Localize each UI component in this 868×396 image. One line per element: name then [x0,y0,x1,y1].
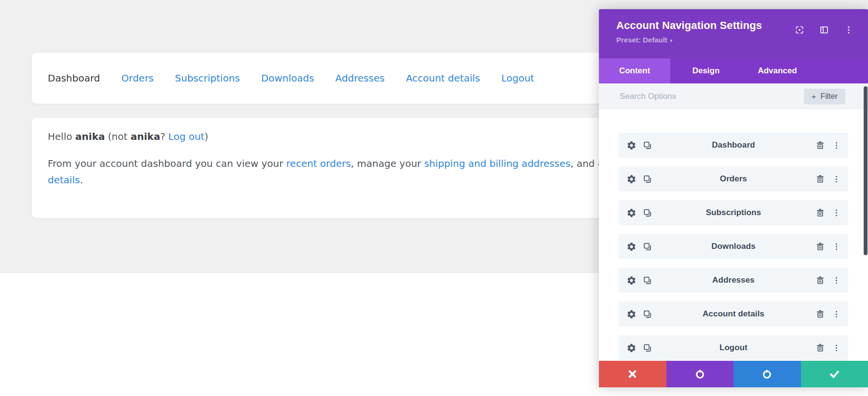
scrollbar-thumb[interactable] [864,86,868,255]
trash-icon[interactable] [815,174,825,184]
kebab-menu-icon[interactable] [832,141,841,150]
plus-icon: + [812,93,816,101]
kebab-menu-icon[interactable] [844,25,854,35]
modal-tabs: Content Design Advanced [599,58,868,83]
gear-icon[interactable] [626,309,637,319]
menu-item-label: Logout [619,343,848,353]
account-nav-link[interactable]: Orders [122,72,154,84]
redo-icon [761,369,773,380]
username-repeat: anika [131,131,160,142]
description-text: From your account dashboard you can view… [48,158,286,169]
description-text: , manage your [351,158,424,169]
kebab-menu-icon[interactable] [832,276,841,285]
account-nav-link[interactable]: Logout [501,72,534,84]
trash-icon[interactable] [815,309,825,319]
account-nav-link[interactable]: Account details [406,72,480,84]
x-icon [627,369,638,380]
modal-tab[interactable]: Design [670,58,742,83]
modal-header-actions [795,9,854,58]
modal-tab[interactable]: Content [599,58,670,83]
duplicate-icon[interactable] [643,141,652,150]
account-nav-link[interactable]: Downloads [261,72,314,84]
kebab-menu-icon[interactable] [832,175,841,183]
menu-item-row[interactable]: Addresses [619,268,848,293]
discard-button[interactable] [599,361,666,387]
not-text: (not [105,131,130,142]
menu-item-row[interactable]: Subscriptions [619,200,848,225]
expand-icon[interactable] [795,25,804,35]
logout-link[interactable]: Log out [168,131,204,142]
modal-title: Account Navigation Settings [616,19,795,32]
module-settings-modal: Account Navigation Settings Preset: Defa… [599,9,868,387]
recent-orders-link[interactable]: recent orders [286,158,351,169]
menu-item-label: Downloads [619,242,848,251]
account-nav-link[interactable]: Dashboard [48,72,100,84]
scrollbar-track [863,83,868,361]
gear-icon[interactable] [626,343,637,353]
edit-account-link-wrap[interactable]: details [48,174,80,186]
gear-icon[interactable] [626,174,637,184]
modal-tab[interactable]: Advanced [742,58,813,83]
menu-item-label: Account details [619,309,848,319]
menu-item-label: Orders [619,174,848,184]
undo-icon [694,369,705,380]
duplicate-icon[interactable] [643,310,652,319]
kebab-menu-icon[interactable] [832,209,841,217]
menu-item-label: Subscriptions [619,208,848,218]
trash-icon[interactable] [815,275,825,285]
kebab-menu-icon[interactable] [832,344,841,352]
modal-footer [599,361,868,387]
filter-button-label: Filter [820,92,838,101]
duplicate-icon[interactable] [643,343,652,353]
trash-icon[interactable] [815,208,825,218]
trash-icon[interactable] [815,343,825,353]
undo-button[interactable] [666,361,734,387]
duplicate-icon[interactable] [643,276,652,285]
gear-icon[interactable] [626,208,637,218]
menu-item-row[interactable]: Account details [619,301,848,327]
shipping-billing-addresses-link[interactable]: shipping and billing addresses [424,158,570,169]
preset-selector[interactable]: Preset: Default▾ [616,36,795,44]
period: . [80,174,83,186]
kebab-menu-icon[interactable] [832,310,841,318]
menu-item-row[interactable]: Orders [619,166,848,191]
menu-item-row[interactable]: Logout [619,335,848,360]
gear-icon[interactable] [626,140,637,150]
kebab-menu-icon[interactable] [832,243,841,251]
menu-item-row[interactable]: Dashboard [619,133,848,158]
redo-button[interactable] [733,361,801,387]
duplicate-icon[interactable] [643,175,652,184]
caret-down-icon: ▾ [670,38,673,44]
trash-icon[interactable] [815,242,825,251]
search-options-input[interactable] [619,91,804,102]
close-paren: ) [204,131,208,142]
hello-text: Hello [48,131,75,142]
username: anika [75,131,105,142]
account-nav-link[interactable]: Addresses [335,72,384,84]
save-button[interactable] [801,361,868,387]
modal-title-area: Account Navigation Settings Preset: Defa… [616,9,795,58]
menu-item-label: Addresses [619,275,848,285]
menu-item-label: Dashboard [619,140,848,150]
filter-button[interactable]: +Filter [804,89,846,104]
modal-body: +Filter Dashboard [599,83,868,361]
check-icon [829,369,840,380]
preset-label: Preset: Default [616,36,667,44]
duplicate-icon[interactable] [643,208,652,218]
panel-toggle-icon[interactable] [819,25,829,35]
gear-icon[interactable] [626,275,637,286]
search-options-bar: +Filter [599,83,868,109]
gear-icon[interactable] [626,242,637,252]
modal-header[interactable]: Account Navigation Settings Preset: Defa… [599,9,868,58]
menu-items-list: Dashboard [599,109,868,360]
question-mark: ? [160,131,168,142]
duplicate-icon[interactable] [643,242,652,251]
description-text: , and [570,158,598,169]
trash-icon[interactable] [815,140,825,150]
menu-item-row[interactable]: Downloads [619,234,848,259]
account-nav-link[interactable]: Subscriptions [175,72,240,84]
